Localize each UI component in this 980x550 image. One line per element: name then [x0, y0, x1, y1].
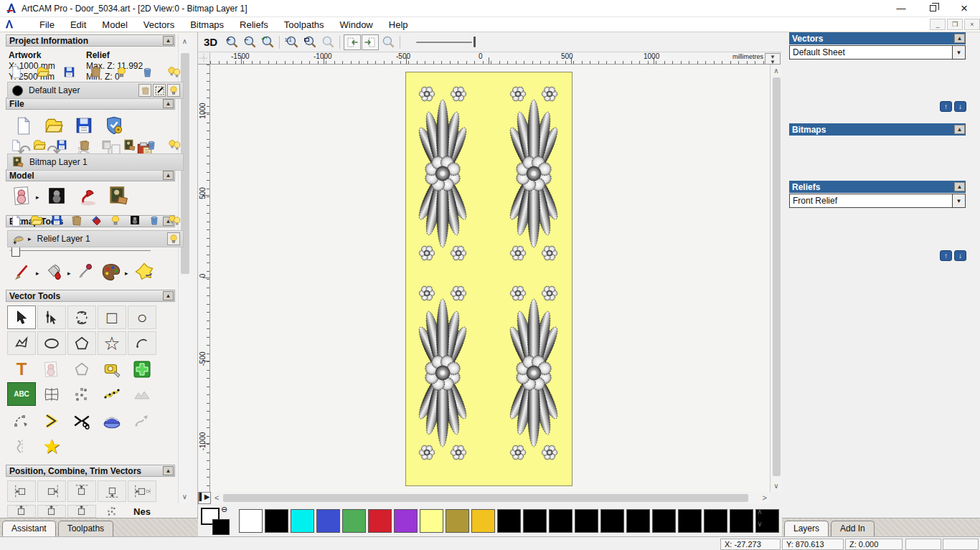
model-from-greyscale-button[interactable] — [44, 185, 69, 207]
mirror-profile-button[interactable] — [7, 435, 36, 458]
rollup-button[interactable]: ▲ — [163, 171, 174, 180]
rollup-button[interactable]: ▲ — [954, 34, 965, 43]
zoom-out-button[interactable]: − — [241, 34, 258, 50]
menu-toolpaths[interactable]: Toolpaths — [276, 18, 332, 32]
delete-vector-layer-button[interactable] — [141, 66, 154, 78]
flood-fill-button[interactable] — [42, 261, 66, 283]
trim-vectors-button[interactable] — [67, 409, 96, 432]
tab-assistant[interactable]: Assistant — [2, 521, 56, 537]
delete-bitmap-layer-button[interactable] — [146, 139, 157, 151]
new-bitmap-layer-button[interactable] — [10, 139, 22, 151]
lighting-button[interactable] — [76, 185, 100, 207]
greyscale-from-relief-button[interactable] — [129, 214, 141, 226]
palette-swatch-1[interactable] — [265, 509, 288, 533]
palette-swatch-18[interactable] — [704, 509, 727, 533]
menu-help[interactable]: Help — [381, 18, 416, 32]
save-relief-layer-button[interactable] — [51, 214, 62, 226]
palette-swatch-14[interactable] — [600, 509, 624, 533]
palette-scroll-up-icon[interactable]: ∧ — [753, 508, 766, 516]
centre-in-page-button[interactable] — [37, 505, 66, 518]
palette-swatch-10[interactable] — [497, 509, 521, 533]
save-bitmap-layer-button[interactable] — [56, 139, 67, 151]
link-colours-icon[interactable]: ⊖ — [221, 505, 227, 514]
brush-slider-track[interactable] — [10, 250, 151, 251]
scroll-left-icon[interactable]: < — [215, 493, 219, 502]
palette-scroll-down-icon[interactable]: ∨ — [753, 520, 766, 528]
save-model-button[interactable] — [72, 115, 96, 136]
sheet-dropdown[interactable]: Default Sheet ▼ — [789, 45, 966, 60]
rollup-button[interactable]: ▲ — [163, 36, 174, 45]
palette-swatch-6[interactable] — [394, 509, 418, 533]
fit-vectors-to-bitmap-button[interactable] — [98, 382, 126, 406]
zoom-1to1-button[interactable]: 1:1 — [283, 34, 301, 50]
load-bitmap-button[interactable] — [106, 185, 131, 207]
toggle-relief-visibility-button[interactable] — [110, 214, 121, 226]
palette-swatch-12[interactable] — [549, 509, 573, 533]
paste-along-button[interactable] — [67, 505, 96, 518]
palette-swatch-19[interactable] — [730, 509, 753, 533]
align-centre-x-button[interactable] — [128, 480, 156, 502]
align-top-button[interactable] — [67, 480, 96, 502]
create-polyline-button[interactable] — [7, 331, 36, 355]
move-relief-up-button[interactable]: ↑ — [940, 250, 952, 261]
envelope-distortion-button[interactable] — [37, 382, 66, 406]
create-circle-button[interactable]: ○ — [128, 305, 156, 329]
combine-relief-button[interactable] — [90, 214, 103, 227]
vector-layer-row[interactable]: Default Layer — [7, 82, 184, 99]
vector-wizard-button[interactable]: ★ — [37, 435, 66, 458]
scroll-up-icon[interactable]: ∧ — [771, 67, 782, 75]
scroll-up-icon[interactable]: ∧ — [179, 37, 191, 45]
tab-addin[interactable]: Add In — [831, 521, 875, 536]
relief-dropdown[interactable]: Front Relief ▼ — [789, 194, 966, 208]
zoom-in-button[interactable]: + — [223, 34, 240, 50]
bitmap-layer-row[interactable]: Bitmap Layer 1 — [7, 153, 184, 171]
palette-swatch-13[interactable] — [575, 509, 598, 533]
rollup-button[interactable]: ▲ — [163, 466, 174, 475]
text-on-curve-button[interactable]: ABC — [7, 382, 36, 406]
greyscale-view-button[interactable] — [101, 139, 113, 151]
layer-visibility-button[interactable] — [167, 84, 180, 97]
menu-window[interactable]: Window — [332, 18, 381, 32]
open-bitmap-layer-button[interactable] — [33, 138, 46, 151]
move-layer-up-button[interactable]: ↑ — [940, 101, 952, 112]
align-bottom-button[interactable] — [98, 480, 126, 502]
palette-swatch-3[interactable] — [316, 509, 340, 533]
create-text-button[interactable]: T — [7, 357, 36, 381]
move-to-layer-button[interactable] — [138, 84, 151, 97]
paste-centre-button[interactable] — [128, 357, 156, 381]
save-vector-layer-button[interactable] — [63, 66, 75, 78]
all-layers-visibility-button[interactable] — [167, 65, 181, 79]
toggle-layer-visibility-button[interactable] — [116, 66, 128, 78]
flyout-arrow-icon[interactable]: ▸ — [36, 194, 39, 201]
align-left-button[interactable] — [7, 480, 36, 502]
scrollbar-thumb[interactable] — [223, 494, 748, 502]
palette-scroll[interactable]: ∧ ∨ — [753, 508, 766, 535]
zoom-slider[interactable] — [416, 34, 484, 50]
bitmap-properties-button[interactable] — [123, 139, 136, 151]
palette-swatch-5[interactable] — [368, 509, 392, 533]
flyout-arrow-icon[interactable]: ▸ — [125, 270, 128, 277]
colour-merge-button[interactable] — [132, 261, 156, 283]
open-relief-layer-button[interactable] — [30, 214, 43, 227]
merge-bitmap-layers-button[interactable] — [78, 139, 90, 151]
palette-swatch-7[interactable] — [420, 509, 443, 533]
menu-reliefs[interactable]: Reliefs — [232, 18, 276, 32]
move-layer-down-button[interactable]: ↓ — [954, 101, 966, 112]
palette-swatch-17[interactable] — [678, 509, 702, 533]
rollup-button[interactable]: ▲ — [163, 99, 174, 108]
close-button[interactable]: × — [948, 0, 980, 17]
select-vectors-button[interactable] — [7, 305, 36, 329]
rollup-button[interactable]: ▲ — [954, 182, 965, 191]
create-ellipse-button[interactable] — [37, 331, 66, 355]
layer-colour-swatch[interactable] — [12, 85, 23, 96]
scroll-down-icon[interactable]: ∨ — [179, 493, 191, 501]
previous-view-button[interactable] — [344, 34, 361, 50]
create-star-button[interactable]: ☆ — [98, 331, 126, 355]
new-relief-layer-button[interactable] — [10, 214, 22, 227]
palette-swatch-2[interactable] — [291, 509, 314, 533]
nesting-button[interactable]: Nes — [128, 505, 156, 518]
tab-toolpaths[interactable]: Toolpaths — [58, 521, 113, 536]
zoom-previous-button[interactable]: ↶ — [259, 34, 276, 50]
view-flag-button[interactable]: ▌▶ — [198, 492, 211, 504]
join-vectors-button[interactable] — [37, 409, 66, 432]
